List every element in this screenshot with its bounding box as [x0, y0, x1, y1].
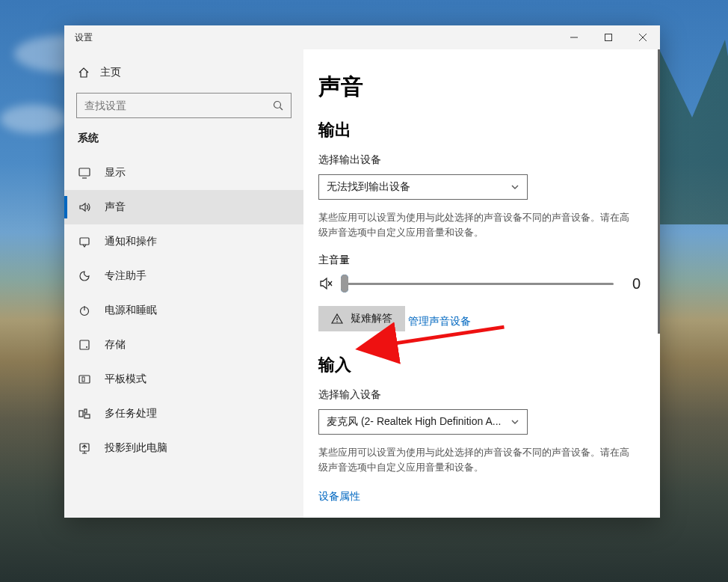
input-heading: 输入	[318, 354, 641, 376]
search-input[interactable]	[77, 99, 265, 111]
volume-thumb[interactable]	[341, 275, 348, 292]
manage-sound-devices-link[interactable]: 管理声音设备	[408, 315, 471, 328]
sidebar-item-label: 专注助手	[105, 269, 290, 283]
sidebar-item-label: 电源和睡眠	[105, 304, 290, 317]
sidebar-item-label: 平板模式	[105, 373, 290, 386]
category-title: 系统	[64, 129, 303, 156]
maximize-button[interactable]	[591, 25, 626, 49]
close-button[interactable]	[626, 25, 660, 49]
sidebar-item-focus[interactable]: 专注助手	[64, 259, 303, 293]
volume-slider[interactable]	[341, 275, 614, 292]
focus-icon	[78, 269, 91, 283]
sidebar-item-sound[interactable]: 声音	[64, 190, 303, 224]
project-icon	[78, 441, 91, 455]
svg-point-22	[336, 321, 338, 322]
output-description: 某些应用可以设置为使用与此处选择的声音设备不同的声音设备。请在高级声音选项中自定…	[318, 210, 632, 240]
troubleshoot-button[interactable]: 疑难解答	[318, 306, 405, 331]
svg-rect-11	[80, 340, 89, 349]
svg-line-23	[390, 327, 504, 344]
sidebar-item-display[interactable]: 显示	[64, 156, 303, 190]
sidebar-item-label: 存储	[105, 338, 290, 352]
svg-rect-17	[84, 414, 90, 418]
svg-point-12	[86, 346, 87, 348]
home-label: 主页	[100, 66, 121, 79]
input-device-select[interactable]: 麦克风 (2- Realtek High Definition A...	[318, 409, 528, 435]
output-select-value: 无法找到输出设备	[327, 180, 410, 194]
chevron-down-icon	[510, 183, 519, 192]
page-title: 声音	[318, 72, 641, 102]
settings-window: 设置 主页	[64, 25, 660, 518]
multi-icon	[78, 407, 91, 420]
troubleshoot-label: 疑难解答	[351, 312, 392, 325]
search-icon	[265, 100, 291, 111]
warning-icon	[331, 313, 343, 325]
sidebar-item-storage[interactable]: 存储	[64, 328, 303, 362]
master-volume-label: 主音量	[318, 254, 641, 267]
titlebar: 设置	[64, 25, 660, 49]
storage-icon	[78, 338, 91, 352]
sidebar-item-label: 显示	[105, 166, 290, 180]
output-device-select[interactable]: 无法找到输出设备	[318, 174, 528, 200]
sidebar-item-label: 通知和操作	[105, 235, 290, 248]
chevron-down-icon	[510, 417, 519, 426]
input-select-value: 麦克风 (2- Realtek High Definition A...	[327, 415, 501, 429]
svg-rect-14	[82, 377, 84, 382]
sidebar-item-label: 多任务处理	[105, 407, 290, 420]
input-select-label: 选择输入设备	[318, 388, 641, 402]
nav-list: 显示声音通知和操作专注助手电源和睡眠存储平板模式多任务处理投影到此电脑	[64, 156, 303, 465]
sidebar-item-tablet[interactable]: 平板模式	[64, 362, 303, 396]
sidebar-item-project[interactable]: 投影到此电脑	[64, 431, 303, 465]
home-icon	[78, 67, 90, 79]
output-heading: 输出	[318, 119, 641, 141]
volume-value: 0	[621, 275, 641, 292]
sidebar-item-label: 投影到此电脑	[105, 441, 290, 455]
svg-point-4	[274, 102, 281, 108]
window-title: 设置	[75, 31, 93, 44]
speaker-muted-icon[interactable]	[318, 276, 333, 291]
display-icon	[78, 166, 91, 180]
sidebar-item-label: 声音	[105, 200, 290, 214]
sidebar: 主页 系统 显示声音通知和操作专注助手电源和睡眠存储平板模式多任务处理投影到此电…	[64, 49, 303, 518]
sidebar-item-power[interactable]: 电源和睡眠	[64, 293, 303, 328]
power-icon	[78, 304, 91, 317]
svg-rect-6	[79, 168, 90, 176]
tablet-icon	[78, 373, 91, 386]
main-content: 声音 输出 选择输出设备 无法找到输出设备 某些应用可以设置为使用与此处选择的声…	[303, 49, 660, 518]
minimize-button[interactable]	[557, 25, 591, 49]
svg-rect-8	[80, 238, 89, 245]
svg-line-5	[280, 108, 283, 111]
notify-icon	[78, 235, 91, 248]
home-link[interactable]: 主页	[64, 60, 303, 85]
search-box[interactable]	[76, 93, 291, 118]
output-select-label: 选择输出设备	[318, 153, 641, 167]
scrollbar[interactable]	[658, 49, 660, 334]
sidebar-item-multi[interactable]: 多任务处理	[64, 396, 303, 431]
svg-rect-15	[79, 411, 83, 417]
svg-rect-16	[84, 409, 87, 413]
svg-rect-1	[605, 34, 612, 41]
input-description: 某些应用可以设置为使用与此处选择的声音设备不同的声音设备。请在高级声音选项中自定…	[318, 445, 632, 475]
sound-icon	[78, 200, 91, 214]
device-properties-link[interactable]: 设备属性	[318, 490, 360, 503]
sidebar-item-notify[interactable]: 通知和操作	[64, 224, 303, 259]
